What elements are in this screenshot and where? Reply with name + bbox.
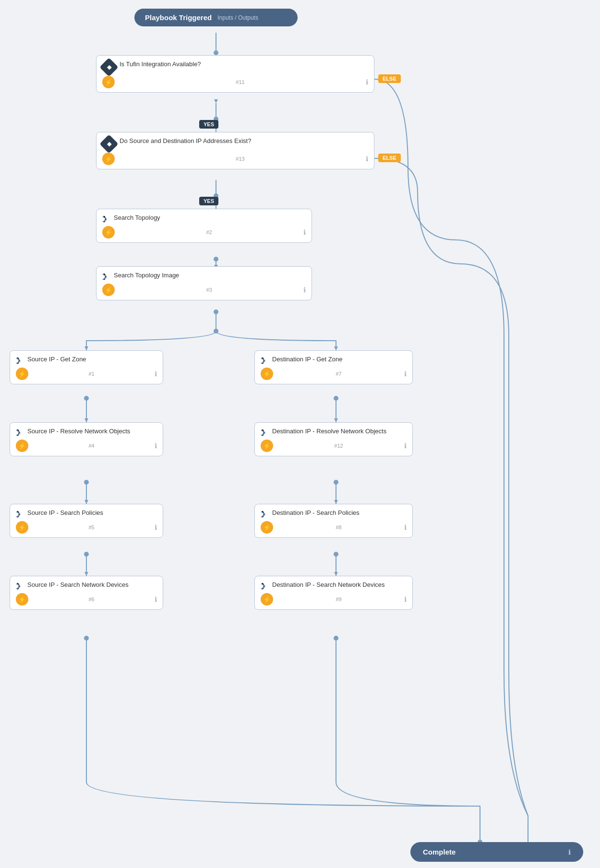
lightning-search-topology: ⚡ bbox=[102, 226, 115, 238]
search-topology-title: Search Topology bbox=[114, 214, 160, 221]
do-source-dest-num: #13 bbox=[236, 156, 244, 162]
playbook-subtitle: Inputs / Outputs bbox=[217, 14, 258, 21]
lightning-source-get-zone: ⚡ bbox=[16, 368, 28, 380]
info-source-search-network[interactable]: ℹ bbox=[155, 595, 157, 603]
svg-marker-21 bbox=[84, 418, 88, 422]
dest-get-zone-node[interactable]: ❯ Destination IP - Get Zone ⚡ #7 ℹ bbox=[254, 350, 413, 384]
is-tufin-num: #11 bbox=[236, 79, 244, 85]
svg-marker-26 bbox=[334, 572, 338, 576]
svg-point-30 bbox=[214, 50, 218, 55]
lightning-dest-search-policies: ⚡ bbox=[261, 521, 273, 534]
info-dest-search-network[interactable]: ℹ bbox=[404, 595, 407, 603]
lightning-source-search-policies: ⚡ bbox=[16, 521, 28, 534]
dest-resolve-num: #12 bbox=[334, 443, 343, 449]
info-search-topology[interactable]: ℹ bbox=[303, 228, 306, 236]
dest-get-zone-num: #7 bbox=[336, 371, 341, 377]
lightning-search-topology-image: ⚡ bbox=[102, 284, 115, 296]
info-source-resolve[interactable]: ℹ bbox=[155, 442, 157, 450]
chevron-search-topology: ❯ bbox=[102, 215, 111, 223]
source-get-zone-num: #1 bbox=[88, 371, 94, 377]
source-resolve-title: Source IP - Resolve Network Objects bbox=[27, 428, 130, 435]
chevron-dest-search-network: ❯ bbox=[261, 582, 269, 590]
complete-title: Complete bbox=[423, 848, 456, 856]
diamond-icon-tufin: ◆ bbox=[99, 58, 119, 77]
playbook-triggered-node[interactable]: Playbook Triggered Inputs / Outputs bbox=[134, 9, 298, 26]
source-search-network-num: #6 bbox=[88, 596, 94, 602]
dest-search-policies-num: #8 bbox=[336, 524, 341, 530]
svg-marker-24 bbox=[334, 500, 338, 504]
lightning-dest-search-network: ⚡ bbox=[261, 593, 273, 606]
do-source-dest-node[interactable]: ◆ Do Source and Destination IP Addresses… bbox=[96, 132, 374, 169]
lightning-dest-resolve: ⚡ bbox=[261, 440, 273, 452]
lightning-source-resolve: ⚡ bbox=[16, 440, 28, 452]
search-topology-image-num: #3 bbox=[206, 287, 212, 293]
source-search-network-node[interactable]: ❯ Source IP - Search Network Devices ⚡ #… bbox=[10, 576, 163, 610]
lightning-dest: ⚡ bbox=[102, 153, 115, 165]
svg-point-39 bbox=[84, 636, 89, 641]
info-dest-resolve[interactable]: ℹ bbox=[404, 442, 407, 450]
dest-search-network-title: Destination IP - Search Network Devices bbox=[272, 581, 385, 588]
dest-search-policies-title: Destination IP - Search Policies bbox=[272, 509, 360, 516]
chevron-source-search-network: ❯ bbox=[16, 582, 24, 590]
source-get-zone-node[interactable]: ❯ Source IP - Get Zone ⚡ #1 ℹ bbox=[10, 350, 163, 384]
search-topology-node[interactable]: ❯ Search Topology ⚡ #2 ℹ bbox=[96, 209, 312, 243]
playbook-canvas: Playbook Triggered Inputs / Outputs ◆ Is… bbox=[0, 0, 600, 868]
source-get-zone-title: Source IP - Get Zone bbox=[27, 356, 86, 363]
source-search-policies-node[interactable]: ❯ Source IP - Search Policies ⚡ #5 ℹ bbox=[10, 504, 163, 538]
yes-badge-1: YES bbox=[199, 120, 218, 129]
info-dest[interactable]: ℹ bbox=[366, 155, 368, 163]
else-badge-2: ELSE bbox=[378, 154, 401, 162]
svg-marker-22 bbox=[334, 418, 338, 422]
info-dest-get-zone[interactable]: ℹ bbox=[404, 370, 407, 378]
svg-marker-20 bbox=[334, 346, 338, 350]
diamond-icon-dest: ◆ bbox=[99, 134, 119, 154]
lightning-source-search-network: ⚡ bbox=[16, 593, 28, 606]
info-source-get-zone[interactable]: ℹ bbox=[155, 370, 157, 378]
complete-node[interactable]: Complete ℹ bbox=[410, 842, 583, 862]
search-topology-image-node[interactable]: ❯ Search Topology Image ⚡ #3 ℹ bbox=[96, 266, 312, 300]
chevron-source-get-zone: ❯ bbox=[16, 357, 24, 364]
info-complete[interactable]: ℹ bbox=[568, 848, 571, 856]
lightning-dest-get-zone: ⚡ bbox=[261, 368, 273, 380]
svg-marker-19 bbox=[84, 346, 88, 350]
else-badge-1: ELSE bbox=[378, 74, 401, 83]
svg-point-37 bbox=[84, 552, 89, 557]
svg-point-31 bbox=[214, 257, 218, 262]
dest-resolve-node[interactable]: ❯ Destination IP - Resolve Network Objec… bbox=[254, 422, 413, 456]
svg-point-27 bbox=[214, 329, 218, 333]
source-resolve-node[interactable]: ❯ Source IP - Resolve Network Objects ⚡ … bbox=[10, 422, 163, 456]
do-source-dest-title: Do Source and Destination IP Addresses E… bbox=[120, 137, 251, 144]
dest-search-network-num: #9 bbox=[336, 596, 341, 602]
search-topology-num: #2 bbox=[206, 229, 212, 235]
dest-search-policies-node[interactable]: ❯ Destination IP - Search Policies ⚡ #8 … bbox=[254, 504, 413, 538]
is-tufin-node[interactable]: ◆ Is Tufin Integration Available? ⚡ #11 … bbox=[96, 55, 374, 93]
chevron-source-resolve: ❯ bbox=[16, 428, 24, 436]
info-source-search-policies[interactable]: ℹ bbox=[155, 523, 157, 531]
info-dest-search-policies[interactable]: ℹ bbox=[404, 523, 407, 531]
chevron-search-topology-image: ❯ bbox=[102, 273, 111, 280]
svg-point-38 bbox=[334, 552, 338, 557]
dest-resolve-title: Destination IP - Resolve Network Objects bbox=[272, 428, 386, 435]
svg-point-32 bbox=[214, 309, 218, 314]
info-tufin[interactable]: ℹ bbox=[366, 78, 368, 86]
playbook-title: Playbook Triggered bbox=[145, 13, 212, 22]
chevron-dest-get-zone: ❯ bbox=[261, 357, 269, 364]
svg-point-34 bbox=[334, 396, 338, 401]
svg-point-33 bbox=[84, 396, 89, 401]
source-search-policies-title: Source IP - Search Policies bbox=[27, 509, 103, 516]
svg-marker-25 bbox=[84, 572, 88, 576]
info-search-topology-image[interactable]: ℹ bbox=[303, 286, 306, 294]
svg-point-35 bbox=[84, 480, 89, 485]
dest-get-zone-title: Destination IP - Get Zone bbox=[272, 356, 342, 363]
chevron-source-search-policies: ❯ bbox=[16, 510, 24, 518]
svg-marker-23 bbox=[84, 500, 88, 504]
is-tufin-title: Is Tufin Integration Available? bbox=[120, 60, 201, 68]
search-topology-image-title: Search Topology Image bbox=[114, 272, 179, 279]
yes-badge-2: YES bbox=[199, 197, 218, 205]
source-search-network-title: Source IP - Search Network Devices bbox=[27, 581, 129, 588]
chevron-dest-search-policies: ❯ bbox=[261, 510, 269, 518]
chevron-dest-resolve: ❯ bbox=[261, 428, 269, 436]
lightning-tufin: ⚡ bbox=[102, 76, 115, 88]
dest-search-network-node[interactable]: ❯ Destination IP - Search Network Device… bbox=[254, 576, 413, 610]
source-search-policies-num: #5 bbox=[88, 524, 94, 530]
